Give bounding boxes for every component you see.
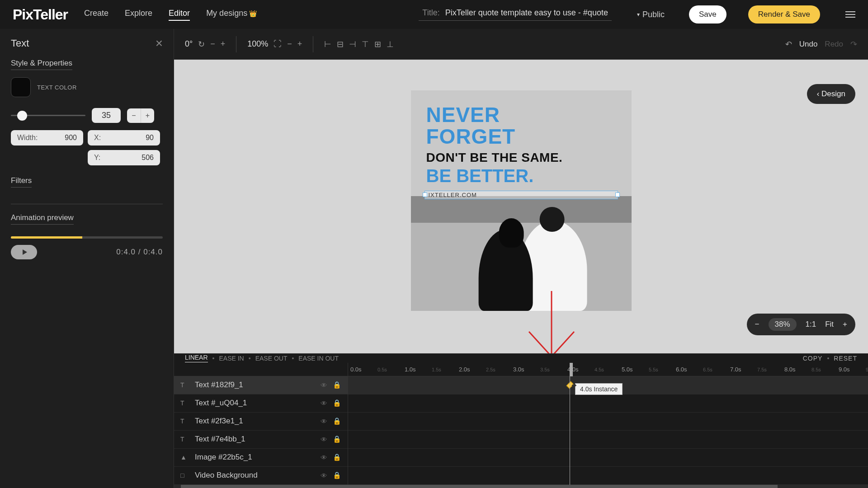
nav-editor[interactable]: Editor — [169, 9, 190, 21]
ruler-tick: 4.0s — [567, 366, 579, 373]
artboard[interactable]: NEVER FORGET DON'T BE THE SAME. BE BETTE… — [411, 90, 632, 311]
lock-icon[interactable]: 🔒 — [333, 435, 341, 443]
visibility-icon[interactable]: 👁 — [321, 472, 327, 479]
canvas-viewport[interactable]: Design NEVER FORGET DON'T BE THE SAME. B… — [174, 60, 868, 353]
filters-section-title[interactable]: Filters — [11, 176, 32, 188]
zoom-ratio[interactable]: 1:1 — [806, 320, 816, 329]
copy-button[interactable]: COPY — [803, 355, 823, 362]
visibility-icon[interactable]: 👁 — [321, 418, 327, 425]
keyframe-tooltip: 4.0s Instance — [575, 383, 623, 395]
x-field[interactable]: X:90 — [88, 130, 160, 145]
playhead[interactable] — [570, 363, 570, 485]
undo-icon[interactable]: ↶ — [785, 39, 792, 49]
rotate-plus[interactable]: + — [221, 39, 226, 49]
reset-button[interactable]: RESET — [834, 355, 857, 362]
align-bottom-icon[interactable]: ⊥ — [387, 39, 394, 49]
transparency-icon[interactable]: ⛶ — [274, 39, 282, 49]
visibility-icon[interactable]: 👁 — [321, 399, 327, 407]
zoom-out-icon[interactable]: − — [755, 320, 760, 329]
lock-icon[interactable]: 🔒 — [333, 453, 341, 461]
y-field[interactable]: Y:506 — [88, 150, 160, 165]
zoom-in-icon[interactable]: + — [843, 320, 847, 329]
quote-line1a[interactable]: NEVER — [426, 104, 616, 126]
title-field[interactable]: Title: PixTeller quote template easy to … — [419, 8, 612, 21]
layer-item[interactable]: T Text #7e4bb_1 👁 🔒 — [174, 431, 348, 449]
plus-icon[interactable]: + — [141, 108, 154, 123]
opacity-minus[interactable]: − — [287, 39, 292, 49]
align-center-v-icon[interactable]: ⊞ — [374, 39, 381, 49]
track-row[interactable] — [348, 431, 868, 449]
lock-icon[interactable]: 🔒 — [333, 399, 341, 407]
layer-name: Text #2f3e1_1 — [195, 417, 315, 426]
rotation-value: 0° — [185, 39, 193, 49]
align-top-icon[interactable]: ⊤ — [362, 39, 369, 49]
menu-icon[interactable] — [845, 11, 855, 18]
layer-type-icon: □ — [180, 472, 189, 479]
track-row[interactable] — [348, 449, 868, 467]
zoom-percent[interactable]: 38% — [769, 318, 797, 331]
zoom-controls: − 38% 1:1 Fit + — [747, 314, 855, 335]
quote-line3[interactable]: BE BETTER. — [426, 166, 616, 186]
save-button[interactable]: Save — [689, 5, 726, 23]
nav-explore[interactable]: Explore — [125, 9, 152, 21]
layer-type-icon: T — [180, 436, 189, 443]
layer-type-icon: T — [180, 418, 189, 425]
align-right-icon[interactable]: ⊣ — [349, 39, 356, 49]
track-row[interactable] — [348, 413, 868, 431]
undo-button[interactable]: Undo — [799, 40, 818, 49]
layer-name: Text #182f9_1 — [195, 380, 315, 389]
visibility-icon[interactable]: 👁 — [321, 454, 327, 461]
play-button[interactable] — [11, 245, 37, 259]
close-icon[interactable]: × — [156, 36, 163, 51]
quote-line1b[interactable]: FORGET — [426, 126, 616, 147]
track-row[interactable] — [348, 467, 868, 485]
font-size-slider[interactable] — [11, 115, 85, 116]
logo[interactable]: PixTeller — [13, 6, 68, 23]
timeline-scrollbar[interactable] — [174, 485, 868, 488]
font-size-stepper[interactable]: − + — [127, 108, 154, 123]
lock-icon[interactable]: 🔒 — [333, 381, 341, 389]
quote-line2[interactable]: DON'T BE THE SAME. — [426, 150, 616, 165]
easing-easeout[interactable]: EASE OUT — [255, 355, 288, 362]
ruler-tick: 9.5s — [866, 367, 868, 372]
font-size-value[interactable]: 35 — [92, 108, 121, 123]
rotate-icon[interactable]: ↻ — [198, 39, 205, 49]
timeline-tracks[interactable]: 0.0s0.5s1.0s1.5s2.0s2.5s3.0s3.5s4.0s4.5s… — [348, 363, 868, 485]
easing-linear[interactable]: LINEAR — [185, 354, 208, 362]
visibility-icon[interactable]: 👁 — [321, 381, 327, 389]
layer-item[interactable]: □ Video Background 👁 🔒 — [174, 467, 348, 485]
visibility-toggle[interactable]: ▾ Public — [637, 10, 665, 19]
easing-row: LINEAR • EASE IN • EASE OUT • EASE IN OU… — [174, 354, 868, 363]
nav-create[interactable]: Create — [84, 9, 108, 21]
url-text-selected[interactable]: IXTELLER.COM — [425, 191, 618, 199]
easing-easein[interactable]: EASE IN — [219, 355, 244, 362]
x-label: X: — [94, 134, 101, 142]
minus-icon[interactable]: − — [127, 108, 141, 123]
layer-name: Image #22b5c_1 — [195, 453, 315, 462]
align-left-icon[interactable]: ⊢ — [324, 39, 331, 49]
lock-icon[interactable]: 🔒 — [333, 417, 341, 425]
rotate-minus[interactable]: − — [210, 39, 215, 49]
animation-progress[interactable] — [11, 236, 163, 239]
layer-item[interactable]: T Text #182f9_1 👁 🔒 — [174, 376, 348, 394]
nav-mydesigns[interactable]: My designs — [206, 9, 257, 21]
track-row[interactable] — [348, 394, 868, 413]
time-ruler[interactable]: 0.0s0.5s1.0s1.5s2.0s2.5s3.0s3.5s4.0s4.5s… — [348, 363, 868, 376]
render-save-button[interactable]: Render & Save — [748, 5, 820, 23]
easing-easeinout[interactable]: EASE IN OUT — [298, 355, 339, 362]
opacity-plus[interactable]: + — [297, 39, 302, 49]
layer-item[interactable]: T Text #_uQ04_1 👁 🔒 — [174, 394, 348, 413]
layer-item[interactable]: ▲ Image #22b5c_1 👁 🔒 — [174, 449, 348, 467]
design-mode-badge[interactable]: Design — [807, 84, 855, 104]
visibility-icon[interactable]: 👁 — [321, 436, 327, 443]
layer-type-icon: T — [180, 399, 189, 407]
width-field[interactable]: Width:900 — [11, 130, 83, 145]
zoom-fit[interactable]: Fit — [825, 320, 834, 329]
layer-item[interactable]: T Text #2f3e1_1 👁 🔒 — [174, 413, 348, 431]
lock-icon[interactable]: 🔒 — [333, 471, 341, 479]
align-center-h-icon[interactable]: ⊟ — [337, 39, 344, 49]
ruler-tick: 6.0s — [676, 366, 687, 373]
slider-thumb[interactable] — [17, 111, 27, 121]
caret-down-icon: ▾ — [637, 11, 640, 18]
text-color-swatch[interactable] — [11, 77, 31, 97]
